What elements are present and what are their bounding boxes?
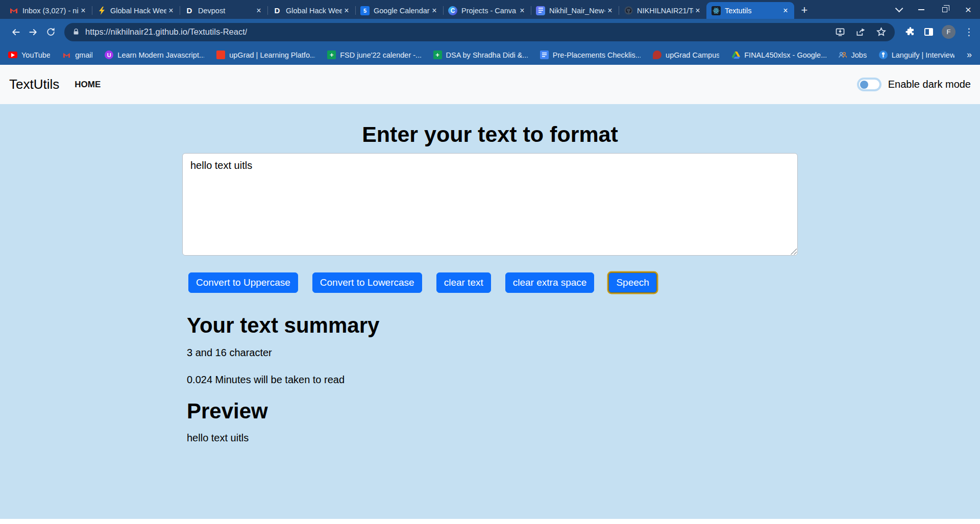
close-icon[interactable] [254, 6, 263, 15]
menu-dots-icon[interactable] [964, 26, 974, 38]
close-icon[interactable] [342, 6, 351, 15]
back-icon [11, 27, 21, 37]
tab-textutils-active[interactable]: Textutils [706, 2, 794, 19]
close-icon[interactable] [781, 6, 790, 15]
speech-button[interactable]: Speech [608, 272, 656, 293]
tab-label: Inbox (3,027) - ni [22, 7, 79, 15]
dark-mode-control: Enable dark mode [857, 78, 971, 91]
tab-resume-pdf[interactable]: Nikhil_Nair_New-R [531, 2, 619, 19]
bookmark-youtube[interactable]: YouTube [8, 51, 50, 59]
address-bar[interactable]: https://nikhilnair21.github.io/Textutils… [64, 23, 895, 41]
restore-icon [942, 7, 947, 12]
dark-mode-toggle[interactable] [857, 78, 881, 91]
toggle-knob-icon [860, 81, 868, 89]
convert-lowercase-button[interactable]: Convert to Lowercase [312, 272, 422, 293]
tab-label: Google Calendar [374, 7, 430, 15]
tab-google-calendar[interactable]: 5 Google Calendar [355, 2, 443, 19]
nav-home-link[interactable]: HOME [75, 80, 101, 90]
youtube-icon [8, 52, 17, 58]
tab-gmail-inbox[interactable]: Inbox (3,027) - ni [4, 2, 92, 19]
forward-icon [28, 27, 38, 37]
url-text: https://nikhilnair21.github.io/Textutils… [85, 27, 247, 37]
install-app-icon[interactable] [835, 27, 845, 37]
tab-strip: Inbox (3,027) - ni Global Hack Wee D Dev… [0, 0, 980, 19]
restore-button[interactable] [933, 0, 957, 19]
bookmarks-bar: YouTube gmail U Learn Modern Javascript.… [0, 45, 980, 65]
minimize-button[interactable] [910, 0, 933, 19]
bookmark-label: Languify | Interview [892, 51, 954, 59]
extensions-puzzle-icon[interactable] [905, 27, 916, 37]
github-icon [624, 6, 633, 15]
bookmark-gmail[interactable]: gmail [62, 51, 92, 59]
reload-button[interactable] [42, 23, 59, 41]
tab-canva[interactable]: C Projects - Canva [443, 2, 531, 19]
tab-label: Global Hack Wee [286, 7, 342, 15]
document-icon [536, 6, 545, 15]
upgrad-icon [216, 51, 225, 59]
summary-read-time: 0.024 Minutes will be taken to read [187, 374, 798, 386]
tab-global-hack-week-2[interactable]: D Global Hack Wee [267, 2, 355, 19]
udemy-icon: U [105, 51, 113, 59]
close-icon[interactable] [518, 6, 527, 15]
profile-avatar[interactable]: F [942, 25, 955, 39]
tab-label: Textutils [725, 7, 781, 15]
bookmark-star-icon[interactable] [876, 27, 887, 37]
text-input-area[interactable]: hello text uitls [182, 153, 798, 256]
close-icon[interactable] [79, 6, 88, 15]
bookmark-preplacement-checklist[interactable]: Pre-Placements Checklis... [540, 51, 641, 59]
close-icon[interactable] [693, 6, 702, 15]
omnibox-actions [835, 27, 887, 37]
reload-icon [46, 27, 56, 37]
app-brand[interactable]: TextUtils [9, 77, 59, 92]
lock-icon [72, 28, 80, 36]
google-docs-icon [540, 51, 549, 59]
gmail-icon [9, 6, 18, 15]
react-icon [712, 6, 721, 15]
bookmark-modern-javascript[interactable]: U Learn Modern Javascript... [105, 51, 204, 59]
canva-icon: C [448, 6, 457, 15]
convert-uppercase-button[interactable]: Convert to Uppercase [188, 272, 298, 293]
clear-text-button[interactable]: clear text [436, 272, 491, 293]
new-tab-button[interactable]: + [797, 3, 812, 17]
languify-icon [879, 51, 888, 59]
side-panel-icon[interactable] [924, 28, 933, 36]
bookmark-label: gmail [75, 51, 92, 59]
tab-github[interactable]: NIKHILNAIR21/Te [619, 2, 706, 19]
forward-button[interactable] [24, 23, 42, 41]
bookmark-label: FSD june'22 calender -... [340, 51, 421, 59]
google-sheets-icon: + [327, 51, 336, 59]
bookmark-upgrad-platform[interactable]: upGrad | Learning Platfo... [216, 51, 315, 59]
bookmark-languify[interactable]: Languify | Interview [879, 51, 954, 59]
browser-toolbar: https://nikhilnair21.github.io/Textutils… [0, 19, 980, 45]
bookmark-upgrad-campus[interactable]: upGrad Campus [653, 51, 719, 59]
google-calendar-icon: 5 [360, 6, 370, 15]
bookmark-jobs[interactable]: Jobs [839, 51, 867, 59]
bookmark-dsa-sheet[interactable]: + DSA by Shradha Didi &... [433, 51, 528, 59]
summary-word-char-count: 3 and 16 character [187, 347, 798, 359]
back-button[interactable] [7, 23, 24, 41]
tab-label: Projects - Canva [461, 7, 518, 15]
tab-label: Global Hack Wee [110, 7, 166, 15]
share-icon[interactable] [855, 27, 866, 37]
tab-global-hack-week[interactable]: Global Hack Wee [92, 2, 180, 19]
tab-search-chevron-icon[interactable] [886, 0, 910, 19]
close-window-button[interactable] [957, 0, 980, 19]
app-main: Enter your text to format hello text uit… [0, 104, 980, 519]
devpost-icon: D [273, 6, 282, 15]
dark-mode-label: Enable dark mode [888, 79, 971, 90]
close-icon[interactable] [605, 6, 615, 15]
preview-text: hello text uitls [187, 432, 798, 444]
tab-devpost[interactable]: D Devpost [180, 2, 267, 19]
bookmark-final450[interactable]: FINAL450xlsx - Google... [731, 51, 826, 59]
clear-extra-space-button[interactable]: clear extra space [505, 272, 595, 293]
bookmark-fsd-calendar[interactable]: + FSD june'22 calender -... [327, 51, 421, 59]
close-icon[interactable] [430, 6, 439, 15]
action-buttons: Convert to Uppercase Convert to Lowercas… [188, 272, 798, 293]
people-icon [839, 51, 847, 59]
toolbar-right: F [900, 25, 974, 39]
gmail-icon [62, 51, 71, 59]
bookmarks-overflow-chevron-icon[interactable]: » [967, 49, 972, 60]
close-icon[interactable] [166, 6, 176, 15]
bookmark-label: Pre-Placements Checklis... [553, 51, 641, 59]
bookmark-label: Learn Modern Javascript... [117, 51, 204, 59]
